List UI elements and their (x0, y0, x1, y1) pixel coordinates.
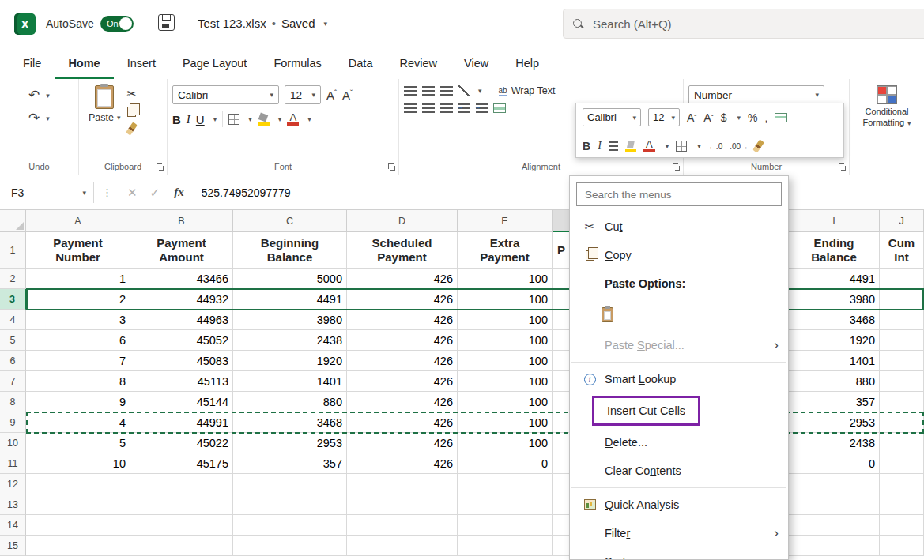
cell-C8[interactable]: 880 (233, 392, 347, 412)
mini-decrease-decimal-icon[interactable]: ←.0 (708, 142, 722, 151)
cell-J13[interactable] (880, 494, 924, 515)
copy-icon[interactable] (127, 107, 136, 117)
redo-button[interactable]: ↷▾ (28, 110, 50, 126)
cell-D7[interactable]: 426 (347, 371, 458, 392)
row-header-3[interactable]: 3 (0, 289, 26, 310)
cell-B11[interactable]: 45175 (130, 453, 233, 474)
cut-icon[interactable]: ✂ (127, 87, 138, 101)
cf-dropdown-icon[interactable]: ▾ (907, 119, 911, 127)
cell-B2[interactable]: 43466 (130, 269, 233, 289)
cell-A13[interactable] (26, 494, 130, 515)
cell-D1[interactable]: Scheduled Payment (347, 232, 458, 269)
cell-D11[interactable]: 426 (347, 453, 458, 474)
font-name-select[interactable]: Calibri▾ (172, 85, 279, 104)
cell-C15[interactable] (233, 536, 347, 556)
cell-D10[interactable]: 426 (347, 433, 458, 453)
cell-B13[interactable] (130, 494, 233, 515)
cell-J3[interactable] (880, 289, 924, 310)
column-header-c[interactable]: C (233, 210, 347, 232)
column-header-j[interactable]: J (880, 210, 924, 232)
column-header-a[interactable]: A (26, 210, 130, 232)
name-box[interactable]: F3▾ (0, 175, 93, 209)
cell-I7[interactable]: 880 (789, 371, 880, 392)
cell-A14[interactable] (26, 515, 130, 536)
row-header-2[interactable]: 2 (0, 269, 26, 289)
row-header-10[interactable]: 10 (0, 433, 26, 453)
font-dialog-launcher[interactable] (388, 163, 395, 171)
mini-font-size-select[interactable]: 12▾ (648, 108, 680, 126)
font-size-select[interactable]: 12▾ (285, 85, 321, 104)
cell-D12[interactable] (347, 474, 458, 494)
shrink-font-icon[interactable]: Aˇ (342, 88, 353, 102)
menu-item-delete[interactable]: Delete... (570, 428, 788, 457)
cell-A2[interactable]: 1 (26, 269, 130, 289)
cell-E9[interactable]: 100 (458, 412, 553, 433)
cell-I13[interactable] (789, 494, 880, 515)
mini-font-color-icon[interactable]: A (643, 140, 655, 152)
mini-accounting-format-icon[interactable]: $ (721, 111, 727, 124)
cell-E2[interactable]: 100 (458, 269, 553, 289)
cell-B8[interactable]: 45144 (130, 392, 233, 412)
cell-A3[interactable]: 2 (26, 289, 130, 310)
menu-item-quick-analysis[interactable]: Quick Analysis (570, 490, 788, 519)
cell-B12[interactable] (130, 474, 233, 494)
cell-E4[interactable]: 100 (458, 310, 553, 330)
cell-C10[interactable]: 2953 (233, 433, 347, 453)
cell-C5[interactable]: 2438 (233, 330, 347, 351)
orientation-dropdown-icon[interactable]: ▾ (478, 87, 482, 95)
search-input[interactable] (593, 17, 893, 31)
row-header-11[interactable]: 11 (0, 453, 26, 474)
menu-tab-view[interactable]: View (451, 47, 502, 79)
align-center-icon[interactable] (422, 103, 435, 113)
underline-icon[interactable]: U (196, 113, 205, 126)
cell-J1[interactable]: Cum Int (880, 232, 924, 269)
cell-A6[interactable]: 7 (26, 351, 130, 371)
increase-indent-icon[interactable] (476, 103, 488, 113)
paste-options-buttons[interactable] (570, 298, 788, 331)
cell-E11[interactable]: 0 (458, 453, 553, 474)
italic-icon[interactable]: I (187, 113, 190, 126)
cell-A9[interactable]: 4 (26, 412, 130, 433)
grow-font-icon[interactable]: Aˆ (326, 88, 337, 102)
cell-C6[interactable]: 1920 (233, 351, 347, 371)
borders-icon[interactable] (228, 114, 239, 125)
decrease-indent-icon[interactable] (458, 103, 470, 113)
menu-tab-home[interactable]: Home (55, 47, 113, 79)
row-header-15[interactable]: 15 (0, 536, 26, 556)
cell-E13[interactable] (458, 494, 553, 515)
alignment-dialog-launcher[interactable] (673, 163, 680, 171)
cell-J7[interactable] (880, 371, 924, 392)
row-header-12[interactable]: 12 (0, 474, 26, 494)
autosave-toggle[interactable]: On (100, 16, 134, 32)
column-header-b[interactable]: B (130, 210, 233, 232)
cell-D8[interactable]: 426 (347, 392, 458, 412)
column-header-i[interactable]: I (789, 210, 880, 232)
mini-grow-font-icon[interactable]: Aˆ (687, 111, 696, 124)
mini-accounting-dropdown-icon[interactable]: ▾ (737, 114, 741, 122)
number-dialog-launcher[interactable] (839, 163, 846, 171)
font-color-icon[interactable]: A (287, 113, 299, 126)
column-header-d[interactable]: D (347, 210, 458, 232)
document-title[interactable]: Test 123.xlsx • Saved ▾ (198, 17, 327, 30)
clipboard-dialog-launcher[interactable] (157, 163, 164, 171)
menu-tab-formulas[interactable]: Formulas (260, 47, 334, 79)
cell-J10[interactable] (880, 433, 924, 453)
cell-I12[interactable] (789, 474, 880, 494)
cell-D3[interactable]: 426 (347, 289, 458, 310)
font-color-dropdown-icon[interactable]: ▾ (307, 115, 311, 123)
cell-C9[interactable]: 3468 (233, 412, 347, 433)
search-bar[interactable] (563, 9, 924, 39)
mini-increase-decimal-icon[interactable]: .00→ (730, 142, 749, 151)
wrap-text-button[interactable]: abWrap Text (499, 85, 556, 96)
cell-A7[interactable]: 8 (26, 371, 130, 392)
paste-button[interactable]: Paste▾ (89, 85, 121, 135)
cell-E12[interactable] (458, 474, 553, 494)
cell-B10[interactable]: 45022 (130, 433, 233, 453)
menu-item-sort[interactable]: Sort› (570, 547, 788, 560)
menu-item-filter[interactable]: Filter› (570, 519, 788, 547)
cell-B9[interactable]: 44991 (130, 412, 233, 433)
cell-I6[interactable]: 1401 (789, 351, 880, 371)
redo-dropdown-icon[interactable]: ▾ (46, 115, 50, 122)
menu-search-box[interactable] (576, 182, 782, 206)
undo-button[interactable]: ↶▾ (28, 87, 50, 103)
